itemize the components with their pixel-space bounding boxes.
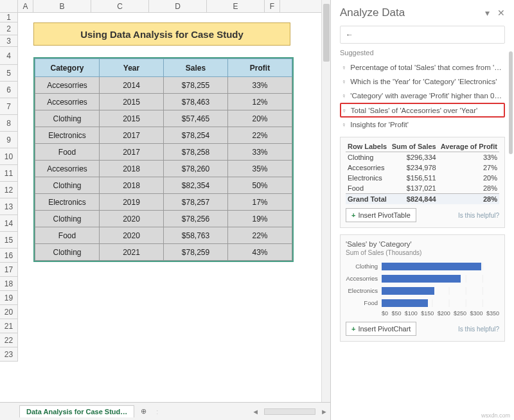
row-header-18[interactable]: 18 <box>0 277 18 291</box>
pane-dropdown-icon[interactable]: ▾ <box>485 8 490 18</box>
table-cell[interactable]: Electronics <box>35 194 100 211</box>
table-header[interactable]: Category <box>35 59 100 77</box>
table-cell[interactable]: Clothing <box>35 177 100 194</box>
table-cell[interactable]: 2021 <box>100 244 164 261</box>
row-header-20[interactable]: 20 <box>0 305 18 319</box>
col-header-B[interactable]: B <box>33 0 91 13</box>
col-header-F[interactable]: F <box>265 0 280 13</box>
row-header-22[interactable]: 22 <box>0 333 18 347</box>
data-table[interactable]: CategoryYearSalesProfit Accesorries2014$… <box>33 57 294 262</box>
pane-vscroll-thumb[interactable] <box>509 51 513 154</box>
table-cell[interactable]: Clothing <box>35 211 100 227</box>
insert-pivottable-button[interactable]: + Insert PivotTable <box>346 208 416 222</box>
table-cell[interactable]: $78,259 <box>164 244 228 261</box>
sheet-tab-active[interactable]: Data Analysis for Case Stud… <box>19 405 134 417</box>
row-header-2[interactable]: 2 <box>0 22 18 35</box>
row-header-8[interactable]: 8 <box>0 115 18 132</box>
table-cell[interactable]: $82,354 <box>164 177 228 194</box>
col-header-E[interactable]: E <box>207 0 265 13</box>
hscroll-right-icon[interactable]: ► <box>318 408 330 416</box>
col-header-A[interactable]: A <box>18 0 33 13</box>
table-cell[interactable]: $78,260 <box>164 161 228 177</box>
table-cell[interactable]: 50% <box>228 177 292 194</box>
table-cell[interactable]: 33% <box>228 77 292 94</box>
table-cell[interactable]: Accesorries <box>35 161 100 177</box>
table-header[interactable]: Year <box>100 59 164 77</box>
table-cell[interactable]: 2017 <box>100 144 164 161</box>
row-header-21[interactable]: 21 <box>0 319 18 333</box>
row-header-7[interactable]: 7 <box>0 98 18 115</box>
sheet-title-cell[interactable]: Using Data Analysis for Case Study <box>33 22 290 46</box>
select-all-corner[interactable] <box>0 0 18 13</box>
table-cell[interactable]: Clothing <box>35 244 100 261</box>
pane-close-icon[interactable]: ✕ <box>497 8 505 18</box>
row-header-12[interactable]: 12 <box>0 182 18 198</box>
row-header-6[interactable]: 6 <box>0 82 18 98</box>
row-header-14[interactable]: 14 <box>0 215 18 232</box>
table-cell[interactable]: $78,256 <box>164 211 228 227</box>
sheet-vscrollbar[interactable] <box>321 0 330 402</box>
table-cell[interactable]: $58,763 <box>164 227 228 244</box>
table-cell[interactable]: Accesorries <box>35 77 100 94</box>
suggestion-item[interactable]: ♀Percentage of total 'Sales' that comes … <box>340 60 505 74</box>
row-header-3[interactable]: 3 <box>0 35 18 47</box>
table-cell[interactable]: Clothing <box>35 110 100 127</box>
table-cell[interactable]: 33% <box>228 144 292 161</box>
row-header-10[interactable]: 10 <box>0 148 18 165</box>
table-cell[interactable]: Electronics <box>35 127 100 144</box>
table-cell[interactable]: 35% <box>228 161 292 177</box>
table-cell[interactable]: $78,463 <box>164 94 228 110</box>
col-header-C[interactable]: C <box>91 0 149 13</box>
table-cell[interactable]: 17% <box>228 194 292 211</box>
table-cell[interactable]: 22% <box>228 127 292 144</box>
suggestion-item[interactable]: ♀Which is the 'Year' for 'Category' 'Ele… <box>340 74 505 89</box>
table-cell[interactable]: 2014 <box>100 77 164 94</box>
row-header-15[interactable]: 15 <box>0 232 18 249</box>
table-cell[interactable]: 2015 <box>100 110 164 127</box>
table-cell[interactable]: $78,258 <box>164 144 228 161</box>
suggestion-item[interactable]: ♀Total 'Sales' of 'Accesorries' over 'Ye… <box>340 103 505 118</box>
new-sheet-button[interactable]: ⊕ <box>137 405 150 418</box>
row-header-5[interactable]: 5 <box>0 65 18 82</box>
table-cell[interactable]: Accesorries <box>35 94 100 110</box>
table-cell[interactable]: $57,465 <box>164 110 228 127</box>
row-header-23[interactable]: 23 <box>0 347 18 362</box>
table-cell[interactable]: 2019 <box>100 194 164 211</box>
suggestion-item[interactable]: ♀'Category' with average 'Profit' higher… <box>340 89 505 103</box>
table-cell[interactable]: 19% <box>228 211 292 227</box>
table-cell[interactable]: 2020 <box>100 211 164 227</box>
table-header[interactable]: Sales <box>164 59 228 77</box>
table-cell[interactable]: Food <box>35 144 100 161</box>
row-header-9[interactable]: 9 <box>0 132 18 148</box>
helpful-link[interactable]: Is this helpful? <box>458 212 499 219</box>
hscroll-left-icon[interactable]: ◄ <box>249 408 261 416</box>
row-header-17[interactable]: 17 <box>0 263 18 277</box>
table-cell[interactable]: $78,254 <box>164 127 228 144</box>
table-cell[interactable]: 2018 <box>100 177 164 194</box>
table-cell[interactable]: 2015 <box>100 94 164 110</box>
pane-vscrollbar[interactable] <box>509 26 513 407</box>
col-header-D[interactable]: D <box>149 0 207 13</box>
table-header[interactable]: Profit <box>228 59 292 77</box>
table-cell[interactable]: Food <box>35 227 100 244</box>
table-cell[interactable]: 43% <box>228 244 292 261</box>
table-cell[interactable]: 2018 <box>100 161 164 177</box>
row-header-13[interactable]: 13 <box>0 198 18 215</box>
table-cell[interactable]: 2017 <box>100 127 164 144</box>
row-header-16[interactable]: 16 <box>0 249 18 263</box>
sheet-vscroll-thumb[interactable] <box>323 4 330 62</box>
insert-pivotchart-button[interactable]: + Insert PivotChart <box>346 322 416 336</box>
table-cell[interactable]: 12% <box>228 94 292 110</box>
suggestion-item[interactable]: ♀Insights for 'Profit' <box>340 118 505 132</box>
row-header-4[interactable]: 4 <box>0 47 18 65</box>
helpful-link[interactable]: Is this helpful? <box>458 326 499 333</box>
back-button[interactable]: ← <box>340 26 505 44</box>
table-cell[interactable]: 22% <box>228 227 292 244</box>
table-cell[interactable]: 2020 <box>100 227 164 244</box>
row-header-11[interactable]: 11 <box>0 165 18 182</box>
table-cell[interactable]: $78,257 <box>164 194 228 211</box>
sheet-hscrollbar[interactable] <box>264 408 315 415</box>
row-header-19[interactable]: 19 <box>0 291 18 305</box>
table-cell[interactable]: $78,255 <box>164 77 228 94</box>
table-cell[interactable]: 20% <box>228 110 292 127</box>
